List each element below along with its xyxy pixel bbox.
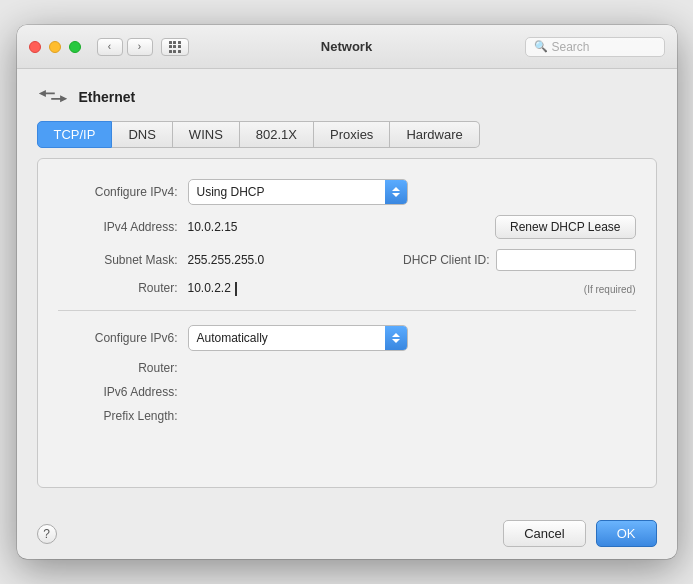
configure-ipv6-label: Configure IPv6: <box>58 331 188 345</box>
ipv6-router-label: Router: <box>58 361 188 375</box>
nav-buttons: ‹ › <box>97 38 189 56</box>
back-button[interactable]: ‹ <box>97 38 123 56</box>
network-window: ‹ › Network 🔍 Search <box>17 25 677 559</box>
arrow-down-icon <box>392 193 400 197</box>
ipv6-select-arrow-icon <box>385 326 407 350</box>
arrow-up-icon <box>392 187 400 191</box>
prefix-length-label: Prefix Length: <box>58 409 188 423</box>
svg-marker-0 <box>38 90 54 97</box>
search-placeholder: Search <box>552 40 590 54</box>
subnet-mask-row: Subnet Mask: 255.255.255.0 DHCP Client I… <box>58 249 636 271</box>
traffic-lights <box>29 41 81 53</box>
router-value: 10.0.2.2 <box>188 281 238 296</box>
dhcp-client-id-label: DHCP Client ID: <box>403 253 489 267</box>
renew-dhcp-button[interactable]: Renew DHCP Lease <box>495 215 636 239</box>
close-button[interactable] <box>29 41 41 53</box>
tab-wins[interactable]: WINS <box>173 121 240 148</box>
router-label: Router: <box>58 281 188 295</box>
prefix-length-row: Prefix Length: <box>58 409 636 423</box>
ipv4-address-value: 10.0.2.15 <box>188 220 238 234</box>
forward-button[interactable]: › <box>127 38 153 56</box>
if-required-section: (If required) <box>580 282 636 295</box>
tab-hardware[interactable]: Hardware <box>390 121 479 148</box>
subnet-mask-label: Subnet Mask: <box>58 253 188 267</box>
content-area: Ethernet TCP/IP DNS WINS 802.1X Proxies … <box>17 69 677 508</box>
renew-section: Renew DHCP Lease <box>495 215 636 239</box>
configure-ipv4-row: Configure IPv4: Using DHCP <box>58 179 636 205</box>
window-title: Network <box>321 39 372 54</box>
grid-dots-icon <box>169 41 181 53</box>
configure-ipv6-value: Automatically <box>189 328 385 348</box>
ipv4-address-row: IPv4 Address: 10.0.2.15 Renew DHCP Lease <box>58 215 636 239</box>
if-required-text: (If required) <box>584 284 636 295</box>
cursor-indicator <box>235 282 237 296</box>
grid-view-button[interactable] <box>161 38 189 56</box>
dhcp-client-id-input[interactable] <box>496 249 636 271</box>
select-arrow-icon <box>385 180 407 204</box>
configure-ipv4-select[interactable]: Using DHCP <box>188 179 408 205</box>
search-icon: 🔍 <box>534 40 548 53</box>
cancel-button[interactable]: Cancel <box>503 520 585 547</box>
search-box[interactable]: 🔍 Search <box>525 37 665 57</box>
ipv6-router-row: Router: <box>58 361 636 375</box>
configure-ipv6-select[interactable]: Automatically <box>188 325 408 351</box>
tab-proxies[interactable]: Proxies <box>314 121 390 148</box>
help-button[interactable]: ? <box>37 524 57 544</box>
ethernet-header: Ethernet <box>37 85 657 109</box>
bottom-bar: ? Cancel OK <box>17 508 677 559</box>
divider <box>58 310 636 311</box>
configure-ipv4-value: Using DHCP <box>189 182 385 202</box>
router-value-text: 10.0.2.2 <box>188 281 231 295</box>
minimize-button[interactable] <box>49 41 61 53</box>
subnet-mask-value: 255.255.255.0 <box>188 253 265 267</box>
tab-dns[interactable]: DNS <box>112 121 172 148</box>
tabs-bar: TCP/IP DNS WINS 802.1X Proxies Hardware <box>37 121 657 148</box>
ipv6-arrow-down-icon <box>392 339 400 343</box>
tab-8021x[interactable]: 802.1X <box>240 121 314 148</box>
ipv6-address-row: IPv6 Address: <box>58 385 636 399</box>
maximize-button[interactable] <box>69 41 81 53</box>
configure-ipv4-label: Configure IPv4: <box>58 185 188 199</box>
ethernet-arrows-icon <box>37 85 69 109</box>
dhcp-client-id-section: DHCP Client ID: <box>403 249 635 271</box>
title-bar: ‹ › Network 🔍 Search <box>17 25 677 69</box>
ipv6-arrow-up-icon <box>392 333 400 337</box>
tab-tcpip[interactable]: TCP/IP <box>37 121 113 148</box>
ipv6-address-label: IPv6 Address: <box>58 385 188 399</box>
ethernet-icon <box>37 85 69 109</box>
tcpip-panel: Configure IPv4: Using DHCP IPv4 Address:… <box>37 158 657 488</box>
svg-marker-1 <box>51 95 67 102</box>
if-required-row: Router: 10.0.2.2 (If required) <box>58 281 636 296</box>
ipv4-address-label: IPv4 Address: <box>58 220 188 234</box>
ok-button[interactable]: OK <box>596 520 657 547</box>
ethernet-label: Ethernet <box>79 89 136 105</box>
configure-ipv6-row: Configure IPv6: Automatically <box>58 325 636 351</box>
